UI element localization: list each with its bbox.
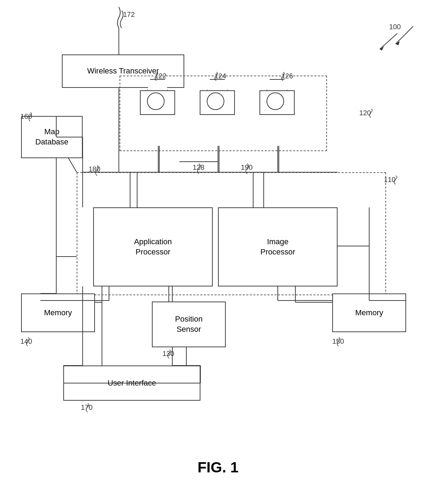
map-database-label: Map Database (35, 127, 68, 147)
position-sensor-label: Position Sensor (175, 314, 203, 334)
wavy-150 (337, 337, 346, 346)
wavy-170 (86, 403, 95, 412)
position-sensor-box: Position Sensor (152, 302, 226, 347)
wavy-190 (244, 163, 253, 174)
svg-line-31 (396, 26, 413, 44)
image-processor-label: Image Processor (260, 237, 295, 257)
wireless-transceiver-label: Wireless Transceiver (87, 66, 159, 76)
wavy-122 (155, 72, 164, 81)
user-interface-box: User Interface (63, 366, 200, 401)
map-database-box: Map Database (21, 116, 83, 158)
wavy-110 (394, 176, 406, 185)
wavy-172 (119, 11, 129, 28)
wavy-130 (167, 350, 176, 358)
wavy-180 (94, 165, 103, 176)
diagram-container: 100 172 Wireless Transceiver Map Databas… (0, 0, 436, 504)
application-processor-label: Application Processor (134, 237, 172, 257)
wavy-140 (26, 337, 35, 346)
memory-left-box: Memory (21, 293, 95, 332)
wavy-124 (214, 72, 223, 81)
memory-right-label: Memory (355, 308, 383, 318)
image-processor-box: Image Processor (218, 207, 338, 286)
wavy-160 (26, 112, 35, 121)
arrow-100 (389, 23, 417, 51)
user-interface-label: User Interface (108, 378, 156, 388)
figure-label: FIG. 1 (198, 459, 239, 476)
camera-124 (196, 79, 242, 144)
camera-122 (136, 79, 182, 144)
svg-marker-1 (380, 46, 384, 51)
camera-126 (256, 79, 302, 144)
wavy-128 (196, 163, 205, 174)
application-processor-box: Application Processor (93, 207, 213, 286)
memory-right-box: Memory (332, 293, 406, 332)
wavy-126 (281, 72, 290, 81)
memory-left-label: Memory (44, 308, 72, 318)
wavy-120 (369, 109, 382, 118)
